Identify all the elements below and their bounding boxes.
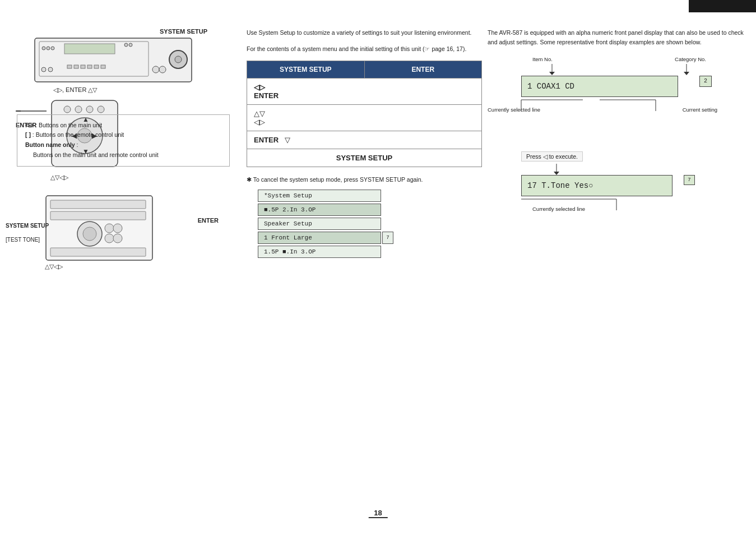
center-column: Use System Setup to customize a variety … — [247, 28, 482, 260]
legend-text1: : Buttons on the main unit — [35, 122, 102, 128]
svg-point-9 — [48, 67, 53, 72]
legend-row2: [ ] : Buttons on the remote control unit — [25, 130, 221, 140]
top-bar — [689, 0, 756, 12]
currently-selected-line1-label: Currently selected line — [488, 107, 540, 113]
press-note: Press ◁ to execute. — [521, 151, 583, 162]
op-table-row4-cell: SYSTEM SETUP — [247, 149, 482, 167]
lcd-corner-4: 7 — [382, 232, 393, 244]
cancel-note: ✱ To cancel the system setup mode, press… — [247, 176, 482, 183]
op-table-row1: ◁▷ ENTER — [247, 78, 482, 104]
lcd-screens-area: *System Setup ■.5P 2.In 3.OP Speaker Set… — [247, 190, 482, 258]
legend-row3: Button name only : — [25, 140, 221, 150]
svg-marker-43 — [549, 72, 555, 75]
page-number: 18 — [368, 509, 387, 518]
op-table-row3: ENTER ▽ — [247, 131, 482, 149]
display-box-2: 17 T.Tone Yes○ — [521, 175, 672, 196]
svg-point-39 — [105, 234, 114, 243]
right-intro-text: The AVR-587 is equipped with an alpha nu… — [488, 28, 745, 47]
lcd-text-5: 1.5P ■.In 3.OP — [264, 248, 316, 255]
svg-point-17 — [175, 56, 182, 63]
press-arrow — [554, 164, 559, 175]
legend-box: < > : Buttons on the main unit [ ] : But… — [17, 114, 230, 167]
intro-paragraph1: Use System Setup to customize a variety … — [247, 28, 482, 38]
current-setting-label: Current setting — [683, 107, 717, 113]
svg-point-36 — [83, 227, 96, 241]
svg-point-38 — [113, 224, 122, 233]
lcd-text-1: *System Setup — [264, 192, 312, 199]
svg-rect-13 — [87, 65, 92, 68]
main-unit-arrows-label: ◁▷, ENTER △▽ — [53, 86, 241, 94]
svg-point-37 — [105, 224, 114, 233]
item-no-arrow — [549, 64, 555, 75]
lcd-screen-3: Speaker Setup — [258, 218, 381, 230]
op-table-row1-cell: ◁▷ ENTER — [247, 78, 482, 104]
lcd-screen-4-container: 1 Front Large 7 — [258, 232, 381, 244]
receiver-test-tone-label: [TEST TONE] — [6, 237, 40, 243]
svg-point-18 — [152, 66, 159, 73]
category-no-label: Category No. — [675, 56, 706, 62]
op-table-row3-cell: ENTER ▽ — [247, 131, 482, 149]
svg-point-23 — [75, 106, 82, 113]
svg-point-7 — [129, 43, 132, 47]
display-diagram-2: Press ◁ to execute. 17 T.Tone Yes○ 7 Cur… — [488, 151, 723, 224]
op-row3-arrow: ▽ — [285, 136, 290, 144]
lcd-text-4: 1 Front Large — [264, 234, 312, 241]
receiver-system-setup-label: SYSTEM SETUP — [6, 223, 49, 229]
legend-row3-label: Button name only — [25, 141, 75, 148]
svg-rect-11 — [74, 65, 78, 68]
legend-row3-text: : — [77, 141, 78, 148]
svg-point-25 — [98, 106, 104, 113]
op-row3-enter: ENTER — [254, 136, 279, 144]
op-table-row2: △▽ ◁▷ — [247, 104, 482, 131]
item-no-label: Item No. — [532, 56, 553, 62]
svg-rect-41 — [50, 248, 146, 256]
op-table-header: SYSTEM SETUP ENTER — [247, 61, 482, 78]
op-row1-arrows: ◁▷ — [254, 83, 475, 91]
svg-marker-45 — [684, 72, 689, 75]
display-box-1: 1 COAX1 CD — [521, 76, 678, 97]
remote-arrows-label: △▽◁▷ — [50, 174, 68, 181]
svg-rect-14 — [94, 65, 99, 68]
intro-paragraph2: For the contents of a system menu and th… — [247, 44, 482, 54]
main-unit-diagram — [34, 37, 202, 85]
svg-rect-2 — [64, 44, 115, 54]
op-table-row2-cell: △▽ ◁▷ — [247, 104, 482, 131]
op-row2-arrows2: ◁▷ — [254, 118, 475, 126]
lcd-text-2: ■.5P 2.In 3.OP — [264, 206, 316, 213]
category-no-arrow — [684, 64, 689, 75]
svg-point-24 — [86, 106, 93, 113]
left-column: SYSTEM SETUP ◁▷, ENTER △▽ ENTER — [0, 28, 241, 268]
page-number-area: 18 — [368, 509, 387, 518]
main-unit-system-setup-label: SYSTEM SETUP — [0, 28, 207, 35]
display-diagram-1: Item No. Category No. 1 COAX1 CD 2 Curre… — [488, 56, 723, 146]
op-row1-enter: ENTER — [254, 91, 475, 100]
display-text-2: 17 T.Tone Yes○ — [527, 181, 593, 190]
currently-selected-line2-label: Currently selected line — [532, 206, 585, 212]
operation-table: SYSTEM SETUP ENTER ◁▷ ENTER △▽ ◁▷ ENTER … — [247, 61, 482, 167]
svg-point-6 — [124, 43, 128, 47]
svg-point-22 — [64, 106, 71, 113]
category-number-box: 2 — [699, 76, 712, 87]
receiver-diagram — [45, 195, 157, 262]
lcd-screen-1: *System Setup — [258, 190, 381, 202]
svg-rect-15 — [101, 65, 105, 68]
display-text-1: 1 COAX1 CD — [527, 82, 574, 91]
svg-point-3 — [42, 47, 45, 50]
op-table-row4: SYSTEM SETUP — [247, 149, 482, 167]
receiver-arrows-label: △▽◁▷ — [45, 263, 241, 270]
svg-point-40 — [113, 234, 122, 243]
op-table-header-col1: SYSTEM SETUP — [247, 61, 365, 78]
legend-row1: < > : Buttons on the main unit — [25, 121, 221, 131]
legend-symbol2: [ ] — [25, 131, 31, 138]
svg-rect-10 — [67, 65, 72, 68]
svg-rect-34 — [50, 211, 146, 220]
lcd-text-3: Speaker Setup — [264, 220, 312, 227]
svg-rect-33 — [50, 200, 146, 209]
svg-point-19 — [159, 66, 166, 73]
lcd-screen-2: ■.5P 2.In 3.OP — [258, 204, 381, 216]
legend-row3-detail: Buttons on the main unit and remote cont… — [25, 150, 221, 160]
right-column: The AVR-587 is equipped with an alpha nu… — [488, 28, 745, 224]
svg-point-4 — [47, 47, 50, 50]
svg-point-5 — [51, 47, 54, 50]
op-row2-arrows1: △▽ — [254, 109, 475, 118]
